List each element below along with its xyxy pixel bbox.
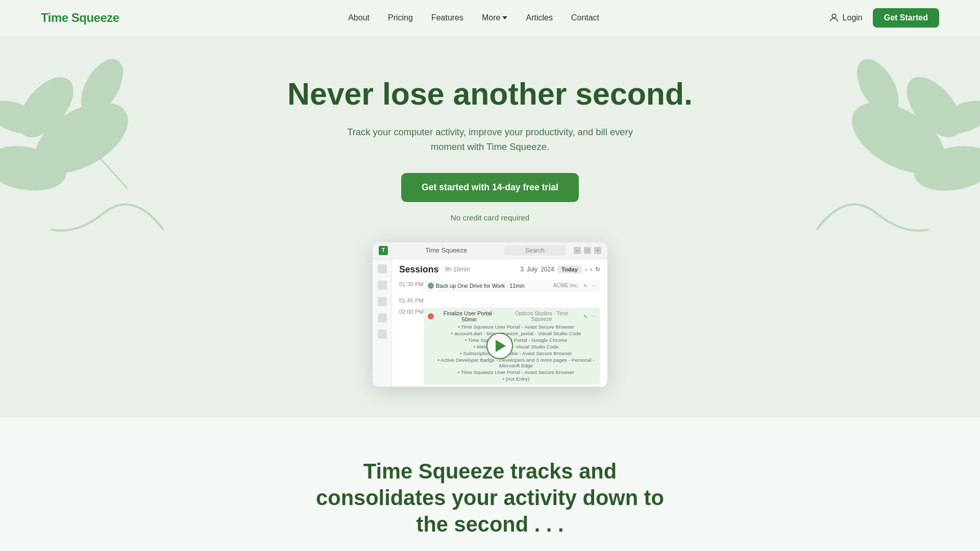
play-button[interactable] — [486, 333, 513, 359]
session-label-2: Finalize User Portal · 50min — [436, 310, 503, 322]
refresh-button[interactable]: ↻ — [595, 266, 600, 273]
nav-item-pricing[interactable]: Pricing — [388, 13, 413, 22]
sessions-title: Sessions — [399, 264, 438, 275]
nav-links: About Pricing Features More Articles Con… — [348, 13, 599, 22]
no-credit-text: No credit card required — [10, 213, 970, 222]
date-month: July — [527, 266, 537, 273]
hero-subtitle: Track your computer activity, improve yo… — [347, 124, 633, 155]
sidebar-grid-icon[interactable] — [378, 281, 387, 290]
app-icon: T — [379, 246, 388, 255]
bottom-section: Time Squeeze tracks and consolidates you… — [0, 417, 980, 551]
more-icon-0[interactable]: ··· — [592, 283, 596, 288]
sidebar-clock-icon[interactable] — [378, 297, 387, 306]
nav-link-pricing[interactable]: Pricing — [388, 13, 413, 22]
sessions-header: Sessions 9h 18min 3 July 2024 Today ‹ › … — [399, 264, 600, 275]
edit-icon-0[interactable]: ✎ — [583, 283, 587, 289]
session-time-0: 01:30 PM — [399, 280, 424, 287]
session-client-0: ACME Inc. — [553, 283, 579, 288]
app-screenshot: T Time Squeeze Search − □ × — [373, 242, 607, 387]
sidebar-menu-icon[interactable] — [378, 264, 387, 273]
session-time-2: 02:00 PM — [399, 308, 424, 315]
get-started-nav-button[interactable]: Get Started — [873, 8, 939, 28]
detail-line-6: • Time Squeeze User Portal - Avast Secur… — [428, 369, 596, 375]
session-row-1: 01:45 PM — [399, 296, 600, 304]
session-header-2: Finalize User Portal · 50min Opticos Stu… — [428, 310, 596, 322]
logo: Time Squeeze — [41, 11, 119, 25]
svg-point-0 — [832, 14, 836, 18]
cta-button[interactable]: Get started with 14-day free trial — [401, 173, 579, 202]
nav-link-contact[interactable]: Contact — [571, 13, 599, 22]
session-icon-0 — [428, 283, 434, 289]
next-day-button[interactable]: › — [590, 266, 592, 273]
today-button[interactable]: Today — [557, 265, 582, 273]
close-button[interactable]: × — [594, 247, 601, 254]
session-icon-2 — [428, 313, 434, 319]
sidebar-export-icon[interactable] — [378, 330, 387, 339]
edit-icon-2[interactable]: ✎ — [583, 313, 587, 319]
hero-section: Never lose another second. Track your co… — [0, 36, 980, 417]
app-title-text: Time Squeeze — [392, 246, 500, 254]
nav-item-more[interactable]: More — [482, 13, 507, 22]
app-search[interactable]: Search — [504, 245, 566, 256]
hero-content: Never lose another second. Track your co… — [10, 77, 970, 387]
session-label-0: Back up One Drive for Work · 11min — [436, 283, 525, 289]
login-button[interactable]: Login — [828, 12, 863, 23]
user-icon — [828, 12, 840, 23]
nav-link-about[interactable]: About — [348, 13, 370, 22]
session-header-0: Back up One Drive for Work · 11min ACME … — [428, 283, 596, 289]
session-row-0: 01:30 PM Back up One Drive for Work · 11… — [399, 280, 600, 292]
more-icon-2[interactable]: ··· — [592, 313, 596, 319]
nav-link-articles[interactable]: Articles — [526, 13, 552, 22]
detail-line-1: • account.dart - time_squeeze_portal - V… — [428, 330, 596, 337]
session-row-2: 02:00 PM Finalize User Portal · 50min Op… — [399, 308, 600, 385]
detail-line-7: • (not Entry) — [428, 375, 596, 382]
nav-item-articles[interactable]: Articles — [526, 13, 552, 22]
detail-line-5: • Active Developer Badge - Developers an… — [428, 357, 596, 369]
nav-item-features[interactable]: Features — [431, 13, 463, 22]
app-sidebar — [373, 259, 392, 387]
sessions-duration: 9h 18min — [445, 266, 470, 273]
date-day: 3 — [520, 266, 524, 273]
nav-link-features[interactable]: Features — [431, 13, 463, 22]
session-content-0[interactable]: Back up One Drive for Work · 11min ACME … — [424, 280, 600, 292]
sidebar-search-icon[interactable] — [378, 313, 387, 322]
minimize-button[interactable]: − — [574, 247, 581, 254]
session-client-2: Opticos Studios · Time Squeeze — [505, 311, 579, 322]
nav-right: Login Get Started — [828, 8, 939, 28]
app-body: Sessions 9h 18min 3 July 2024 Today ‹ › … — [373, 259, 607, 387]
cta-wrapper: Get started with 14-day free trial No cr… — [10, 173, 970, 222]
bottom-title: Time Squeeze tracks and consolidates you… — [311, 458, 669, 538]
chevron-down-icon — [502, 16, 507, 19]
session-time-1: 01:45 PM — [399, 296, 424, 304]
nav-item-contact[interactable]: Contact — [571, 13, 599, 22]
hero-title: Never lose another second. — [10, 77, 970, 112]
play-icon — [496, 340, 506, 352]
navbar: Time Squeeze About Pricing Features More… — [0, 0, 980, 36]
nav-item-about[interactable]: About — [348, 13, 370, 22]
app-titlebar: T Time Squeeze Search − □ × — [373, 242, 607, 259]
window-controls: − □ × — [574, 247, 601, 254]
prev-day-button[interactable]: ‹ — [585, 266, 587, 273]
date-year: 2024 — [541, 266, 554, 273]
detail-line-0: • Time Squeeze User Portal - Avast Secur… — [428, 323, 596, 330]
app-main: Sessions 9h 18min 3 July 2024 Today ‹ › … — [392, 259, 607, 387]
nav-more-dropdown[interactable]: More — [482, 13, 507, 22]
date-navigation: 3 July 2024 Today ‹ › ↻ — [520, 265, 600, 273]
maximize-button[interactable]: □ — [584, 247, 591, 254]
